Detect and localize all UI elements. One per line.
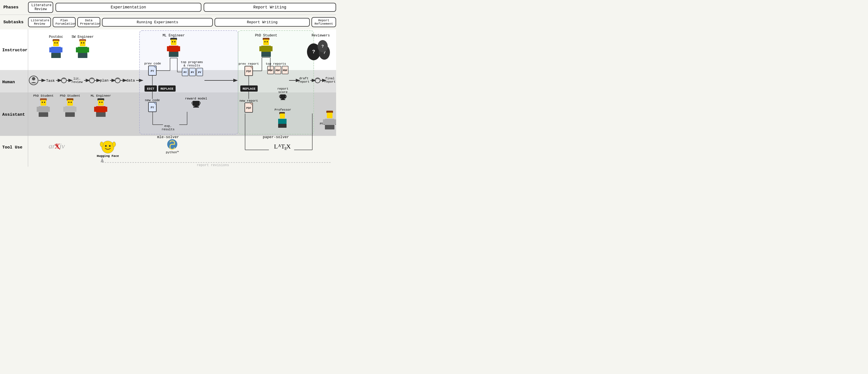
draft-report-label2: report: [298, 80, 310, 84]
hf-eye-r: [109, 145, 111, 147]
report-score-label: report: [277, 87, 288, 91]
asst-mle-arm-r: [105, 107, 107, 112]
trophy-base2: [193, 106, 199, 107]
draft-report-label: draft: [299, 77, 308, 80]
mle-inst-arm-l: [167, 46, 169, 51]
human-head: [32, 77, 35, 81]
asst-phd1-label: PhD Student: [33, 94, 54, 97]
asst-phd2-arm-l: [63, 107, 66, 112]
arxiv-logo-ar: ar: [49, 142, 55, 150]
asst-mle-label: ML Engineer: [91, 94, 111, 97]
asst-phd-final-arm-r: [334, 119, 336, 124]
swe-arm-r: [87, 48, 89, 52]
ml-engineer-instructor-label: ML Engineer: [162, 34, 185, 37]
sw-engineer-label-top: SW Engineer: [71, 35, 94, 39]
mle-inst-body: [169, 46, 178, 52]
asst-phd1-arm-r: [48, 107, 50, 112]
phd-inst-eye-r: [267, 41, 268, 42]
prof-legs: [278, 124, 286, 128]
subtasks-label: Subtasks: [0, 20, 28, 25]
top-reports-label: top reports: [266, 62, 286, 66]
diagram-container: Phases LiteratureReview Experimentation …: [0, 0, 336, 168]
phases-content: LiteratureReview Experimentation Report …: [28, 2, 336, 13]
phases-label: Phases: [0, 5, 28, 10]
asst-mle-eye-r: [101, 102, 102, 103]
phase-experimentation: Experimentation: [56, 3, 202, 12]
subtasks-content: LiteratureReview PlanForumlation DataPre…: [28, 17, 336, 27]
subtask-plan: PlanForumlation: [53, 17, 75, 27]
subtask-lit-review: LiteratureReview: [28, 17, 51, 27]
asst-phd2-face: [67, 100, 73, 105]
asst-phd2-label: PhD Student: [60, 94, 81, 97]
postdoc-face: [53, 41, 59, 46]
mle-solver-label: mle-solver: [157, 135, 179, 139]
human-label: Human: [2, 80, 15, 85]
mle-inst-arm-r: [178, 46, 180, 51]
asst-mle-body: [96, 106, 105, 112]
report-revisions-text: report revisions: [197, 163, 229, 167]
asst-phd1-body: [39, 106, 48, 112]
score-trophy-body: [280, 94, 286, 99]
asst-phd1-face: [41, 100, 46, 105]
phases-row: Phases LiteratureReview Experimentation …: [0, 0, 336, 15]
top-py-3-text: PY: [198, 71, 202, 74]
swe-face: [80, 41, 86, 46]
instructor-label: Instructor: [2, 48, 27, 53]
phd-inst-face: [263, 39, 269, 45]
postdoc-arm-r: [60, 48, 62, 52]
tooluse-label: Tool Use: [2, 145, 22, 150]
reviewer-1-q: ?: [312, 49, 315, 55]
asst-phd1-legs: [39, 112, 48, 117]
top-py-1-text: PY: [184, 71, 187, 74]
postdoc-body: [51, 47, 61, 53]
asst-mle-legs: [96, 112, 105, 117]
professor-label: Professor: [275, 108, 291, 112]
final-report-label: final: [325, 77, 334, 80]
phd-inst-eye-l: [265, 41, 266, 42]
phd-student-instructor-label: PhD Student: [255, 34, 277, 37]
hf-face: [102, 141, 114, 153]
subtasks-row: Subtasks LiteratureReview PlanForumlatio…: [0, 15, 336, 29]
phase-report-writing: Report Writing: [204, 3, 336, 12]
postdoc-eye-l: [54, 42, 56, 43]
hf-ear-r: [112, 142, 116, 147]
phd-inst-body: [261, 46, 271, 52]
top-programs-label2: & results: [183, 64, 200, 67]
exp-results-label2: results: [162, 128, 175, 131]
postdoc-label-top: Postdoc: [49, 35, 63, 39]
asst-phd-final-hair: [326, 111, 333, 113]
lit-review-flow-text: lit.: [73, 77, 81, 81]
top-pdf-1-text: PDF: [268, 69, 273, 72]
mle-inst-eye-l: [172, 41, 173, 42]
asst-phd2-arm-r: [74, 107, 76, 112]
swe-eye-r: [83, 42, 84, 43]
plan-text: plan: [100, 79, 108, 83]
postdoc-eye-r: [57, 42, 58, 43]
replace-paper-text: REPLACE: [243, 87, 256, 91]
prof-face: [280, 114, 285, 119]
mle-inst-face: [171, 39, 177, 45]
final-report-label2: report: [324, 80, 336, 84]
lit-review-flow-text2: review: [71, 81, 83, 84]
subtask-report-refinement: ReportRefinement: [311, 17, 336, 27]
subtask-data-prep: DataPreparation: [77, 17, 100, 27]
top-py-2-text: PY: [191, 71, 194, 74]
latex-logo: L: [274, 143, 278, 150]
prev-code-py: PY: [151, 70, 154, 73]
asst-phd2-body: [65, 106, 75, 112]
assistant-label: Assistant: [2, 112, 25, 117]
phd-inst-arm-l: [259, 46, 261, 51]
asst-phd2-eye-r: [70, 102, 72, 103]
phd-inst-legs: [261, 52, 271, 57]
latex-logo-x2: X: [286, 143, 291, 150]
prof-body: [278, 119, 286, 124]
diagram-svg: Instructor Human Assistant Tool Use mle-…: [0, 29, 336, 167]
postdoc-arm-l: [49, 48, 52, 52]
new-report-pdf: PDF: [246, 107, 251, 110]
subtask-report-writing: Report Writing: [215, 18, 310, 27]
top-pdf-2-text: PDF: [276, 69, 280, 72]
asst-phd-final-arm-l: [323, 119, 325, 124]
asst-mle-arm-l: [94, 107, 96, 112]
main-diagram: Instructor Human Assistant Tool Use mle-…: [0, 29, 336, 168]
new-code-label: new code: [145, 99, 160, 102]
